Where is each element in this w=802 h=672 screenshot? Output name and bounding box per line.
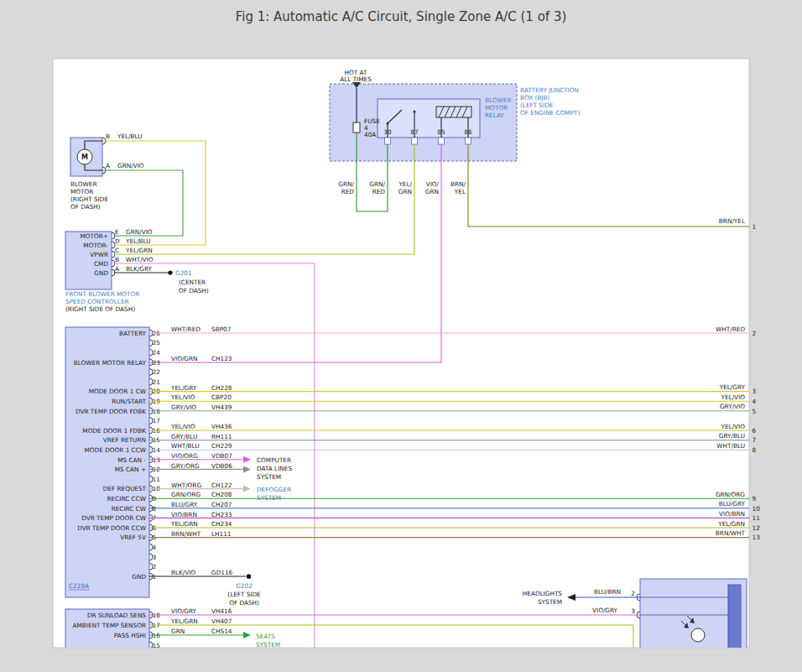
pin-function-label: BLOWER MOTOR RELAY xyxy=(74,359,147,367)
off-page-number: 3 xyxy=(753,388,757,395)
bjb-label: (LEFT SIDE xyxy=(520,102,554,109)
wire-color-label: YEL/VIO xyxy=(721,393,746,401)
pin-number: 24 xyxy=(153,349,161,357)
circuit-number-label: LH111 xyxy=(211,530,231,538)
wire-color-label: YEL/ xyxy=(398,180,412,188)
pin-function-label: RUN/START xyxy=(112,398,146,405)
pin-function-label: GND xyxy=(94,269,108,277)
wire-color-label: WHT/ORG xyxy=(171,482,201,489)
off-page-number: 1 xyxy=(753,223,757,231)
pin-number: 22 xyxy=(153,368,160,376)
wiring-diagram-page: Fig 1: Automatic A/C Circuit, Single Zon… xyxy=(0,0,802,672)
circuit-number-label: CHS14 xyxy=(211,628,232,635)
wire-color-label: GRY/VIO xyxy=(171,404,196,411)
circuit-number-label: CH208 xyxy=(211,491,232,498)
computer-system-label: SYSTEM xyxy=(257,473,281,481)
pin-number: 2 xyxy=(631,590,635,597)
pin-function-label: DVR TEMP DOOR CW xyxy=(81,514,146,522)
pin-letter: B xyxy=(106,133,110,140)
defogger-system-label: SYSTEM xyxy=(257,494,281,502)
wire-color-label: VIO/GRY xyxy=(171,607,197,615)
wire-color-label: BLK/GRY xyxy=(126,265,153,273)
wire-color-label: GRN/ORG xyxy=(171,491,200,498)
pin-letter: A xyxy=(106,162,110,169)
wire-color-label: YEL xyxy=(454,188,466,195)
circuit-number-label: CH122 xyxy=(211,482,232,489)
wire-color-label: YEL/BLU xyxy=(117,133,143,140)
computer-system-label: DATA LINES xyxy=(257,465,292,472)
pin-function-label: MOTOR+ xyxy=(81,232,108,240)
wire-color-label: BLU/BRN xyxy=(594,588,621,596)
off-page-number: 2 xyxy=(753,330,757,337)
pin-letter: C xyxy=(115,247,119,254)
speed-controller-label: SPEED CONTROLLER xyxy=(65,298,129,305)
pin-letter: A xyxy=(115,265,119,273)
circuit-number-label: CH229 xyxy=(211,442,232,450)
pin-number: 4 xyxy=(153,544,157,551)
pin-function-label: VREF 5V xyxy=(120,534,146,541)
pin-function-label: MODE DOOR 1 CW xyxy=(89,388,146,395)
wire-color-label: GRN/ xyxy=(338,180,354,188)
wire-color-label: GRN/ORG xyxy=(716,491,745,498)
off-page-number: 4 xyxy=(753,398,757,405)
circuit-number-label: VDB07 xyxy=(211,452,232,460)
pin-function-label: CMD xyxy=(94,260,108,268)
wire-color-label: RED xyxy=(341,188,355,195)
pin-number: 2 xyxy=(153,563,157,570)
ground-location: (LEFT SIDE xyxy=(227,591,261,598)
pin-function-label: DR SUNLOAD SENS xyxy=(87,612,146,619)
pin-function-label: RECIRC CCW xyxy=(107,495,146,503)
wire-color-label: YEL/GRY xyxy=(719,383,746,391)
pin-function-label: MODE DOOR 1 CCW xyxy=(85,446,146,454)
relay-name: MOTOR xyxy=(485,104,508,112)
off-page-number: 5 xyxy=(753,408,757,415)
circuit-number-label: CH123 xyxy=(211,355,232,362)
seats-system-label: SEATS xyxy=(256,633,275,640)
wire-color-label: YEL/GRN xyxy=(717,520,745,528)
wire-color-label: YEL/VIO xyxy=(170,423,195,430)
off-page-number: 12 xyxy=(753,524,760,532)
fuse-rating: 40A xyxy=(364,131,376,138)
wire-color-label: BRN/WHT xyxy=(716,529,746,537)
wire-color-label: YEL/GRN xyxy=(170,617,198,625)
ground-location: (CENTER xyxy=(179,279,206,286)
pin-number: 3 xyxy=(153,554,157,561)
sunload-inner-connector xyxy=(728,585,741,656)
terminal-square xyxy=(466,138,471,144)
pin-function-label: VREF RETURN xyxy=(103,436,146,444)
headlights-system-label: SYSTEM xyxy=(538,598,562,606)
ground-location: OF DASH) xyxy=(179,287,209,294)
figure-title: Fig 1: Automatic A/C Circuit, Single Zon… xyxy=(236,9,567,24)
connector-label-link[interactable]: C228A xyxy=(69,582,89,590)
off-page-number: 9 xyxy=(753,495,757,503)
blower-motor-label: (RIGHT SIDE xyxy=(70,195,108,203)
pin-function-label: VPWR xyxy=(90,251,108,258)
pin-number: 11 xyxy=(153,476,160,483)
circuit-number-label: CH234 xyxy=(211,520,232,528)
fuse-icon xyxy=(353,122,360,133)
wire-color-label: VIO/BRN xyxy=(171,511,197,518)
circuit-number-label: VH407 xyxy=(211,617,232,625)
wire-color-label: WHT/RED xyxy=(716,326,745,333)
ground-location: OF DASH) xyxy=(229,599,259,607)
pin-number: 25 xyxy=(153,339,160,346)
pin-function-label: MODE DOOR 1 FDBK xyxy=(82,427,146,435)
motor-letter: M xyxy=(81,154,88,161)
photo-sensor-icon xyxy=(691,628,705,642)
headlights-system-label: HEADLIGHTS xyxy=(523,590,563,597)
circuit-number-label: VH416 xyxy=(211,607,232,615)
defogger-system-label: DEFOGGER xyxy=(257,486,291,493)
wire-color-label: YEL/GRY xyxy=(170,384,197,392)
wire-color-label: BRN/WHT xyxy=(171,530,201,538)
wire-color-label: VIO/ORG xyxy=(171,452,198,460)
off-page-number: 10 xyxy=(753,505,761,513)
off-page-number: 8 xyxy=(753,446,757,454)
circuit-number-label: VH439 xyxy=(211,404,232,411)
wire-color-label: GRN xyxy=(171,628,185,635)
pin-function-label: DVR TEMP DOOR CCW xyxy=(77,524,146,532)
wire-color-label: YEL/VIO xyxy=(721,423,746,430)
blower-motor-label: MOTOR xyxy=(70,188,93,195)
pin-function-label: MOTOR- xyxy=(83,242,108,249)
off-page-number: 7 xyxy=(753,436,757,444)
terminal-square xyxy=(439,138,445,144)
